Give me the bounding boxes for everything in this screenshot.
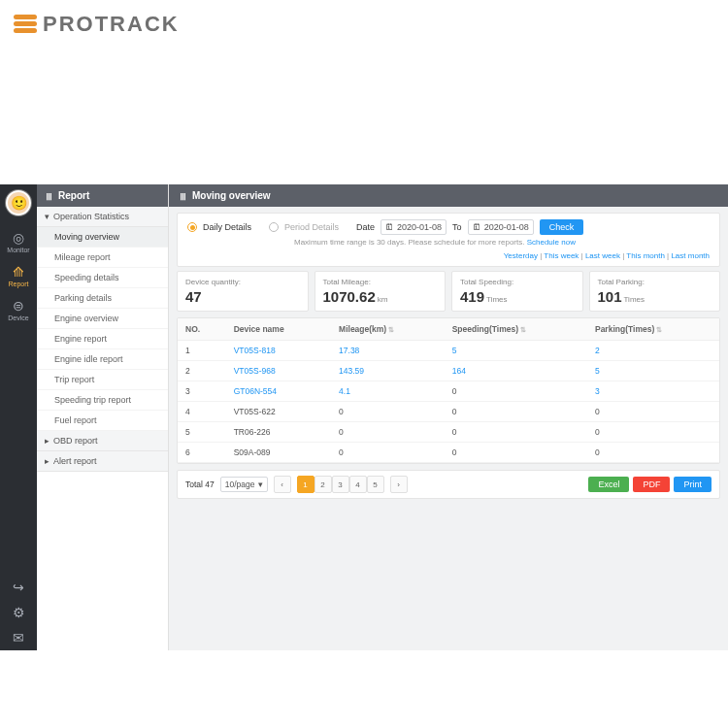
cell-link[interactable]: 143.59	[339, 366, 364, 376]
table-row: 3GT06N-5544.103	[178, 381, 719, 402]
pager-prev[interactable]: ‹	[274, 476, 291, 493]
pager-page[interactable]: 2	[314, 476, 332, 493]
quick-range-link[interactable]: Yesterday	[504, 251, 538, 260]
sidebar-group-obd[interactable]: ▸OBD report	[37, 431, 168, 451]
sidebar-item[interactable]: Moving overview	[37, 227, 168, 248]
calendar-icon: 🗓	[473, 222, 481, 232]
main-panel: ⫼Moving overview Daily Details Period De…	[169, 184, 728, 650]
summary-card: Device quantity:47	[177, 271, 309, 312]
bars-icon: ⫼	[45, 190, 54, 201]
cell-link[interactable]: VT05S-968	[234, 366, 276, 376]
cell-link[interactable]: 2	[595, 346, 600, 355]
chevron-down-icon: ▾	[258, 480, 263, 489]
check-button[interactable]: Check	[540, 219, 584, 235]
quick-range-link[interactable]: This week	[544, 251, 579, 260]
quick-range: Yesterday | This week | Last week | This…	[187, 250, 710, 260]
sidebar-item[interactable]: Engine overview	[37, 309, 168, 329]
pagination-bar: Total 47 10/page▾ ‹ 12345 › Excel PDF Pr…	[177, 470, 720, 499]
cell-link[interactable]: 3	[595, 386, 600, 396]
rail-report[interactable]: ⟰Report	[0, 259, 37, 293]
sidebar-title: ⫼Report	[37, 184, 168, 207]
sidebar-item[interactable]: Mileage report	[37, 248, 168, 268]
caret-right-icon: ▸	[45, 456, 50, 466]
cell-link[interactable]: 164	[452, 366, 466, 376]
rail-mail[interactable]: ✉	[0, 625, 37, 650]
pager-page[interactable]: 5	[367, 476, 384, 493]
avatar[interactable]: 🙂	[6, 190, 31, 215]
rail-settings[interactable]: ⚙	[0, 600, 37, 625]
cell-link[interactable]: VT05S-818	[234, 346, 276, 355]
logo-mark-icon	[14, 13, 37, 36]
date-to-input[interactable]: 🗓2020-01-08	[468, 219, 534, 235]
nav-rail: 🙂 ◎Monitor ⟰Report ⊜Device ↪ ⚙ ✉	[0, 184, 37, 650]
column-header[interactable]: NO.	[178, 318, 226, 341]
sidebar: ⫼Report ▾Operation Statistics Moving ove…	[37, 184, 169, 650]
table-row: 2VT05S-968143.591645	[178, 361, 719, 381]
cell-link[interactable]: 5	[595, 366, 600, 376]
sidebar-group-alert[interactable]: ▸Alert report	[37, 451, 168, 472]
sidebar-item[interactable]: Speeding details	[37, 268, 168, 288]
chart-icon: ⟰	[0, 265, 37, 279]
date-from-input[interactable]: 🗓2020-01-08	[381, 219, 447, 235]
radio-daily[interactable]	[187, 222, 197, 232]
summary-card: Total Mileage:1070.62km	[314, 271, 447, 312]
bars-icon: ⫼	[179, 190, 188, 201]
summary-card: Total Speeding:419Times	[451, 271, 583, 312]
table-row: 4VT05S-622000	[178, 402, 719, 422]
table-row: 5TR06-226000	[178, 422, 719, 443]
cell-link[interactable]: 17.38	[339, 346, 359, 355]
sidebar-item[interactable]: Parking details	[37, 288, 168, 309]
mail-icon: ✉	[0, 631, 37, 645]
range-note: Maximum time range is 30 days. Please sc…	[294, 238, 710, 247]
cell-link[interactable]: 5	[452, 346, 457, 355]
sidebar-group-operation[interactable]: ▾Operation Statistics	[37, 207, 168, 227]
pager-next[interactable]: ›	[390, 476, 408, 493]
page-size-select[interactable]: 10/page▾	[220, 477, 268, 492]
table-row: 6S09A-089000	[178, 443, 719, 463]
export-excel-button[interactable]: Excel	[588, 477, 629, 492]
panel-title: ⫼Moving overview	[169, 184, 728, 207]
pager-page[interactable]: 3	[332, 476, 349, 493]
sidebar-item[interactable]: Speeding trip report	[37, 390, 168, 411]
globe-icon: ◎	[0, 231, 37, 245]
brand-text: PROTRACK	[43, 12, 180, 37]
column-header[interactable]: Speeding(Times)⇅	[445, 318, 587, 341]
sidebar-item[interactable]: Engine report	[37, 329, 168, 349]
calendar-icon: 🗓	[385, 222, 394, 232]
sidebar-item[interactable]: Fuel report	[37, 411, 168, 431]
rail-monitor[interactable]: ◎Monitor	[0, 225, 37, 259]
radio-period[interactable]	[269, 222, 279, 232]
schedule-link[interactable]: Schedule now	[527, 238, 576, 247]
quick-range-link[interactable]: This month	[626, 251, 665, 260]
quick-range-link[interactable]: Last month	[671, 251, 710, 260]
data-table: NO.Device nameMileage(km)⇅Speeding(Times…	[177, 317, 720, 464]
pager-total: Total 47	[185, 480, 215, 489]
column-header[interactable]: Device name	[226, 318, 331, 341]
car-icon: ⊜	[0, 299, 37, 313]
share-icon: ↪	[0, 580, 37, 594]
rail-device[interactable]: ⊜Device	[0, 293, 37, 327]
sidebar-item[interactable]: Trip report	[37, 370, 168, 390]
sidebar-item[interactable]: Engine idle report	[37, 349, 168, 370]
pager-page[interactable]: 4	[349, 476, 367, 493]
cell-link[interactable]: GT06N-554	[234, 386, 277, 396]
cell-link[interactable]: 4.1	[339, 386, 350, 396]
quick-range-link[interactable]: Last week	[585, 251, 620, 260]
summary-cards: Device quantity:47Total Mileage:1070.62k…	[177, 271, 720, 312]
brand-logo: PROTRACK	[0, 0, 728, 49]
column-header[interactable]: Parking(Times)⇅	[587, 318, 719, 341]
gear-icon: ⚙	[0, 606, 37, 619]
table-row: 1VT05S-81817.3852	[178, 341, 719, 361]
print-button[interactable]: Print	[674, 477, 711, 492]
column-header[interactable]: Mileage(km)⇅	[331, 318, 445, 341]
filter-bar: Daily Details Period Details Date 🗓2020-…	[177, 213, 720, 267]
summary-card: Total Parking:101Times	[589, 271, 721, 312]
pager-page[interactable]: 1	[297, 476, 314, 493]
caret-right-icon: ▸	[45, 436, 50, 446]
export-pdf-button[interactable]: PDF	[633, 477, 670, 492]
rail-share[interactable]: ↪	[0, 575, 37, 600]
caret-down-icon: ▾	[45, 212, 50, 221]
